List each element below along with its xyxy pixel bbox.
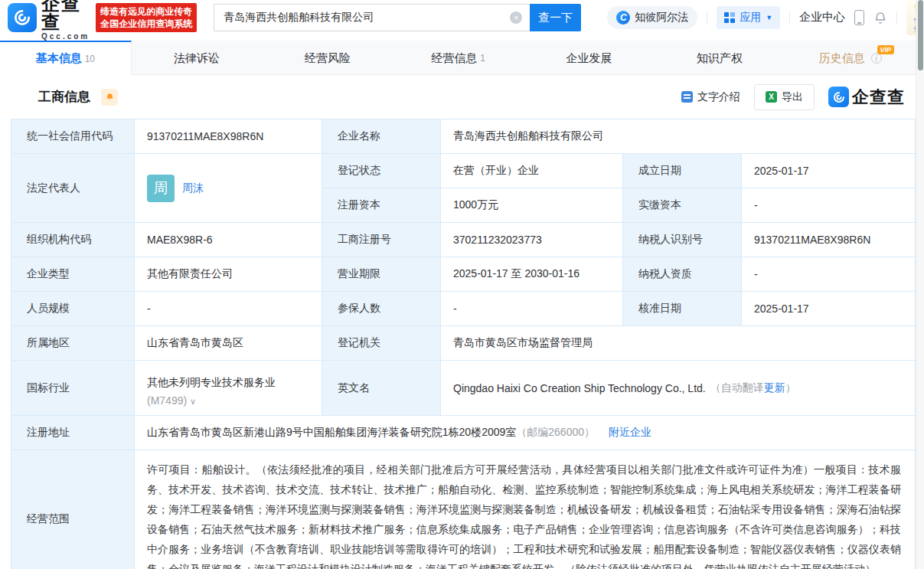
- field-label: 参保人数: [322, 292, 441, 326]
- qcc-spiral-icon: [12, 8, 32, 28]
- field-label: 成立日期: [623, 154, 742, 188]
- approval-date-value: 2025-01-17: [742, 292, 915, 326]
- reg-capital-value: 1000万元: [441, 188, 623, 223]
- field-label: 经营范围: [11, 450, 135, 569]
- tab-count: 10: [85, 54, 95, 64]
- qcc-logo-icon[interactable]: [8, 3, 37, 32]
- tab-company-development[interactable]: 企业发展: [524, 41, 655, 74]
- divider: [896, 11, 897, 24]
- tab-legal-litigation[interactable]: 法律诉讼: [132, 41, 263, 74]
- brand-slogan: 缔造有远见的商业传奇 全国企业信用查询系统: [96, 3, 197, 32]
- info-icon: i: [871, 53, 882, 64]
- company-name-value: 青岛海西共创船舶科技有限公司: [441, 119, 915, 154]
- industry-cell: 其他未列明专业技术服务业 (M7499) ∨: [135, 361, 322, 416]
- tab-label: 法律诉讼: [174, 51, 220, 66]
- field-label: 纳税人资质: [623, 257, 742, 292]
- field-label: 登记状态: [322, 154, 441, 188]
- tab-basic-info[interactable]: 基本信息 10: [0, 41, 132, 75]
- field-label: 纳税人识别号: [623, 223, 742, 257]
- chevron-down-icon[interactable]: ∨: [190, 397, 196, 406]
- english-name-value: Qingdao Haixi Co Creation Ship Technolog…: [453, 382, 706, 394]
- establish-date-value: 2025-01-17: [742, 154, 915, 188]
- export-label: 导出: [782, 90, 803, 104]
- enterprise-center-link[interactable]: 企业中心: [799, 10, 845, 25]
- section-header: 工商信息 文字介绍 X 导出 企查查: [0, 75, 916, 119]
- divider: [707, 11, 707, 24]
- field-label: 营业期限: [322, 257, 441, 292]
- nearby-companies-link[interactable]: 附近企业: [609, 426, 651, 440]
- staff-size-value: -: [135, 292, 322, 326]
- chevron-down-icon: ▼: [766, 14, 772, 21]
- search-button[interactable]: 查一下: [530, 4, 581, 31]
- field-label: 统一社会信用代码: [11, 119, 135, 154]
- translate-update-link[interactable]: 更新: [764, 381, 785, 395]
- field-label: 国标行业: [11, 361, 135, 416]
- section-title: 工商信息: [38, 88, 90, 106]
- tab-history-info[interactable]: VIP 历史信息 i: [785, 41, 916, 74]
- scrollbar-thumb[interactable]: [918, 0, 923, 70]
- tab-bar: 基本信息 10 法律诉讼 经营风险 经营信息 1 企业发展 知识产权 VIP 历…: [0, 41, 916, 75]
- tab-label: 经营风险: [305, 51, 351, 66]
- tab-operation-info[interactable]: 经营信息 1: [393, 41, 524, 74]
- watermark-text: 企查查: [852, 86, 905, 109]
- qcc-watermark: 企查查: [828, 86, 905, 109]
- zhibi-alpha-icon: C: [616, 11, 630, 25]
- table-row: 法定代表人 周 周沫 登记状态 在营（开业）企业 成立日期 2025-01-17…: [11, 154, 915, 223]
- top-right-nav: C 知彼阿尔法 应用 ▼ 企业中心 ♛ SVIP: [607, 0, 924, 34]
- field-label: 登记机关: [322, 326, 441, 361]
- address-cell: 山东省青岛市黄岛区新港山路9号中国船舶集团海洋装备研究院1栋20楼2009室 （…: [135, 416, 915, 450]
- text-intro-button[interactable]: 文字介绍: [681, 90, 740, 104]
- legal-rep-cell: 周 周沫: [135, 154, 322, 223]
- field-label: 组织机构代码: [11, 223, 135, 257]
- table-row: 企业类型 其他有限责任公司 营业期限 2025-01-17 至 2030-01-…: [11, 257, 915, 292]
- tab-label: 经营信息: [431, 51, 477, 66]
- zhibi-alpha-label: 知彼阿尔法: [635, 11, 688, 25]
- table-row: 组织机构代码 MAE8X98R-6 工商注册号 370211232023773 …: [11, 223, 915, 257]
- tab-label: 知识产权: [697, 51, 743, 66]
- industry-value: 其他未列明专业技术服务业: [147, 376, 276, 388]
- field-label: 注册资本: [322, 188, 441, 223]
- field-label: 注册地址: [11, 416, 135, 450]
- slogan-line-1: 缔造有远见的商业传奇: [100, 5, 192, 18]
- qcc-company-page: 企查查 Qcc.com 缔造有远见的商业传奇 全国企业信用查询系统 × 查一下 …: [0, 0, 916, 569]
- field-label: 所属地区: [11, 326, 135, 361]
- taxpayer-qualification-value: -: [742, 257, 915, 292]
- table-row: 经营范围 许可项目：船舶设计。（依法须经批准的项目，经相关部门批准后方可开展经营…: [11, 450, 915, 569]
- field-label: 法定代表人: [11, 154, 135, 223]
- tab-operation-risk[interactable]: 经营风险: [262, 41, 393, 74]
- reg-authority-value: 青岛市黄岛区市场监督管理局: [441, 326, 915, 361]
- business-info-table: 统一社会信用代码 91370211MAE8X98R6N 企业名称 青岛海西共创船…: [11, 119, 916, 569]
- apps-label: 应用: [740, 11, 761, 25]
- excel-icon: X: [766, 91, 777, 103]
- zhibi-alpha-link[interactable]: C 知彼阿尔法: [607, 6, 697, 29]
- document-icon: [681, 91, 693, 103]
- legal-rep-avatar[interactable]: 周: [147, 175, 175, 202]
- field-label: 工商注册号: [322, 223, 441, 257]
- tab-label: 历史信息: [819, 51, 865, 66]
- business-scope-value: 许可项目：船舶设计。（依法须经批准的项目，经相关部门批准后方可开展经营活动，具体…: [135, 450, 915, 569]
- region-value: 山东省青岛市黄岛区: [135, 326, 322, 361]
- tab-label: 企业发展: [566, 51, 612, 66]
- search-input[interactable]: [214, 4, 530, 31]
- divider: [789, 11, 790, 24]
- monitor-bell-icon[interactable]: [101, 89, 118, 106]
- brand-name: 企查查: [41, 0, 90, 31]
- legal-rep-link[interactable]: 周沫: [182, 181, 204, 195]
- export-button[interactable]: X 导出: [754, 84, 815, 110]
- search-group: × 查一下: [214, 4, 581, 31]
- brand-domain: Qcc.com: [41, 33, 90, 41]
- reg-status-value: 在营（开业）企业: [441, 154, 623, 188]
- tab-count: 1: [480, 53, 485, 64]
- industry-code: (M7499): [147, 394, 187, 407]
- mobile-app-icon[interactable]: [854, 10, 864, 25]
- biz-term-value: 2025-01-17 至 2030-01-16: [441, 257, 623, 292]
- notification-bell-icon[interactable]: [873, 11, 887, 25]
- org-code-value: MAE8X98R-6: [135, 223, 322, 257]
- top-bar: 企查查 Qcc.com 缔造有远见的商业传奇 全国企业信用查询系统 × 查一下 …: [0, 0, 916, 35]
- qcc-logo-text[interactable]: 企查查 Qcc.com: [41, 0, 90, 41]
- apps-menu[interactable]: 应用 ▼: [717, 6, 780, 29]
- field-label: 人员规模: [11, 292, 135, 326]
- tab-intellectual-property[interactable]: 知识产权: [655, 41, 785, 74]
- table-row: 国标行业 其他未列明专业技术服务业 (M7499) ∨ 英文名 Qingdao …: [11, 361, 915, 416]
- table-row: 统一社会信用代码 91370211MAE8X98R6N 企业名称 青岛海西共创船…: [11, 119, 915, 154]
